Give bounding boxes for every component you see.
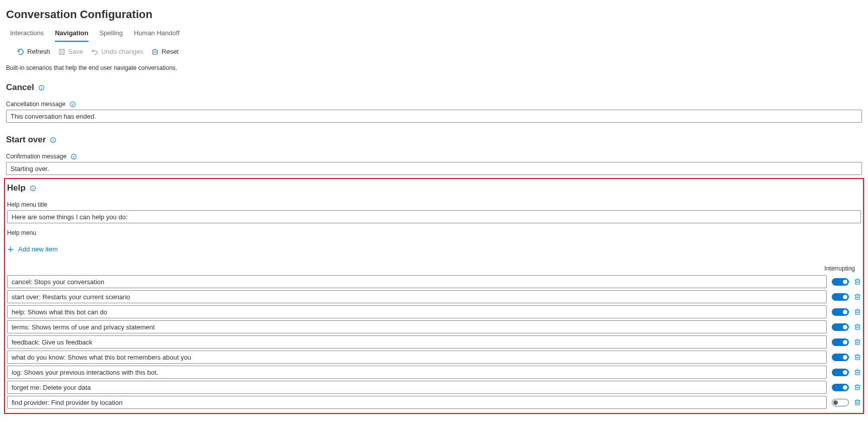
interrupting-toggle[interactable] [832,399,849,406]
tab-human-handoff[interactable]: Human Handoff [134,29,180,42]
save-button: Save [58,48,84,55]
svg-rect-13 [855,371,859,375]
interrupting-toggle[interactable] [832,323,849,331]
interrupting-toggle[interactable] [832,384,849,391]
delete-icon[interactable] [854,308,861,315]
help-menu-item-input[interactable] [7,290,827,303]
svg-rect-1 [153,50,157,54]
save-label: Save [68,48,84,55]
reset-icon [151,48,159,55]
help-menu-item-input[interactable] [7,366,827,379]
svg-rect-12 [855,356,859,360]
help-menu-row [5,350,863,365]
help-menu-row [5,319,863,334]
delete-icon[interactable] [854,354,861,361]
help-menu-row [5,274,863,289]
save-icon [58,48,65,55]
delete-icon[interactable] [854,293,861,300]
svg-rect-8 [855,295,859,300]
interrupting-toggle[interactable] [832,278,849,286]
undo-label: Undo changes [101,48,143,55]
interrupting-toggle[interactable] [832,308,849,316]
add-new-item-button[interactable]: Add new item [7,245,58,253]
reset-label: Reset [162,48,179,55]
info-icon[interactable] [50,137,56,143]
help-menu-item-input[interactable] [7,381,827,394]
cancellation-message-label: Cancellation message [6,101,862,108]
undo-icon [91,48,98,55]
help-menu-item-input[interactable] [7,396,827,409]
svg-rect-7 [855,280,859,285]
svg-rect-15 [855,401,859,405]
tab-interactions[interactable]: Interactions [10,29,44,42]
info-icon[interactable] [30,185,36,192]
svg-rect-9 [855,310,859,315]
toolbar: Refresh Save Undo changes Reset [4,48,864,55]
interrupting-column-header: Interrupting [5,265,863,272]
description-text: Built-in scenarios that help the end use… [6,64,862,71]
help-menu-title-label: Help menu title [7,201,861,208]
info-icon[interactable] [69,101,76,108]
confirmation-message-input[interactable] [6,162,862,175]
svg-rect-0 [59,49,64,54]
help-menu-title-input[interactable] [7,210,861,223]
help-menu-item-input[interactable] [7,275,827,288]
refresh-icon [17,48,24,55]
tab-spelling[interactable]: Spelling [100,29,123,42]
delete-icon[interactable] [854,338,861,346]
tabs-bar: Interactions Navigation Spelling Human H… [4,29,864,45]
interrupting-toggle[interactable] [832,293,849,301]
undo-button: Undo changes [91,48,143,55]
help-menu-row [5,289,863,304]
interrupting-toggle[interactable] [832,369,849,376]
cancellation-message-input[interactable] [6,110,862,123]
reset-button[interactable]: Reset [151,48,179,55]
tab-navigation[interactable]: Navigation [55,29,88,42]
cancel-section-header: Cancel [6,82,862,93]
interrupting-toggle[interactable] [832,338,849,346]
refresh-button[interactable]: Refresh [17,48,50,55]
svg-rect-10 [855,325,859,330]
help-menu-label: Help menu [7,229,861,236]
startover-section-header: Start over [6,135,862,145]
help-menu-item-input[interactable] [7,335,827,349]
page-title: Conversation Configuration [6,8,862,21]
help-menu-row [5,304,863,319]
refresh-label: Refresh [27,48,50,55]
delete-icon[interactable] [854,323,861,330]
plus-icon [7,246,14,253]
confirmation-message-label: Confirmation message [6,153,862,160]
help-menu-item-input[interactable] [7,351,827,364]
svg-rect-11 [855,340,859,345]
delete-icon[interactable] [854,278,861,285]
help-section-header: Help [7,183,861,193]
delete-icon[interactable] [854,399,861,406]
info-icon[interactable] [38,84,45,91]
startover-title-text: Start over [6,135,46,145]
delete-icon[interactable] [854,384,861,391]
interrupting-toggle[interactable] [832,354,849,361]
svg-rect-14 [855,386,859,390]
help-menu-row [5,380,863,395]
help-section-highlight: Help Help menu title Help menu Add new i… [4,178,864,414]
info-icon[interactable] [70,153,77,160]
help-menu-row [5,395,863,410]
cancel-title-text: Cancel [6,82,34,93]
add-new-item-label: Add new item [18,245,58,253]
help-menu-item-input[interactable] [7,305,827,318]
help-title-text: Help [7,183,26,193]
help-menu-item-input[interactable] [7,320,827,333]
delete-icon[interactable] [854,369,861,376]
help-menu-row [5,334,863,350]
help-menu-row [5,365,863,380]
